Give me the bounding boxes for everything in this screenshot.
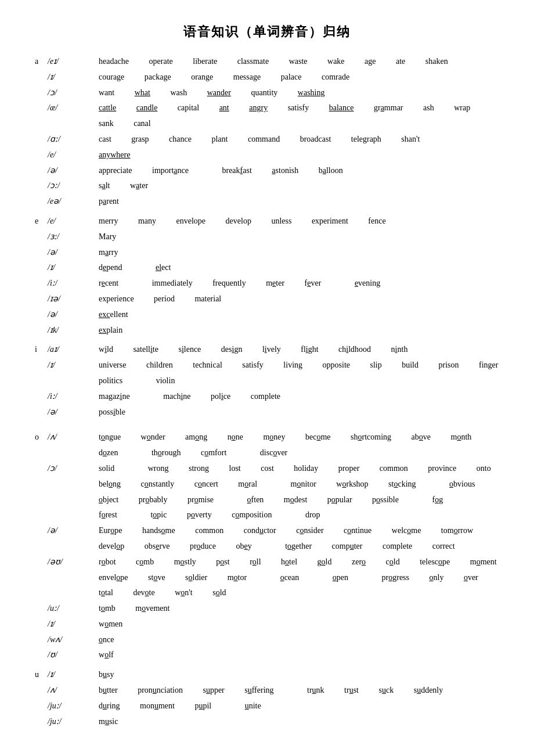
section-e: e /e/ merry many envelope develop unless…: [35, 214, 499, 337]
words: tongue wonder among none money become sh…: [99, 430, 499, 444]
continuation: dozen thorough comfort discover: [99, 446, 499, 460]
row: /e/ anywhere: [48, 148, 499, 162]
phoneme: /eɪ/: [48, 55, 94, 69]
phoneme: /ɪə/: [48, 292, 94, 306]
phoneme: /ʌ/: [48, 430, 94, 444]
letter-label: i: [35, 343, 45, 357]
row: /ɔ/ want what wash wander quantity washi…: [48, 86, 499, 100]
phoneme: /ə/: [48, 405, 94, 419]
words: want what wash wander quantity washing: [99, 86, 499, 100]
words: during monument pupil unite: [99, 699, 499, 713]
words: salt water: [99, 179, 499, 193]
phoneme: /ʌ/: [48, 683, 94, 697]
row: e /e/ merry many envelope develop unless…: [35, 214, 499, 228]
phoneme: /e/: [48, 214, 94, 228]
row: /iː/ magazine machine police complete: [48, 390, 499, 404]
section-u: u /ɪ/ busy /ʌ/ butter pronunciation supp…: [35, 668, 499, 728]
continuation: envelope stove soldier motor ocean open …: [99, 571, 499, 585]
phoneme: /ə/: [48, 246, 94, 260]
words: tomb movement: [99, 602, 499, 615]
row: /juː/ during monument pupil unite: [48, 699, 499, 713]
row: /ə/ possible: [48, 405, 499, 419]
words: headache operate liberate classmate wast…: [99, 55, 499, 69]
phoneme: /əʊ/: [48, 555, 94, 569]
phoneme: /wʌ/: [48, 633, 94, 647]
phoneme: /iː/: [48, 390, 94, 404]
content: a /eɪ/ headache operate liberate classma…: [35, 55, 499, 728]
words: solid wrong strong lost cost holiday pro…: [99, 462, 499, 476]
row: /ɪ/ courage package orange message palac…: [48, 70, 499, 84]
continuation: total devote won't sold: [99, 586, 499, 600]
phoneme: /aɪ/: [48, 343, 94, 357]
words: possible: [99, 405, 499, 419]
letter-label: a: [35, 55, 45, 69]
row: /əʊ/ robot comb mostly post roll hotel g…: [48, 555, 499, 569]
words: Europe handsome common conductor conside…: [99, 524, 499, 538]
words: cast grasp chance plant command broadcas…: [99, 132, 499, 146]
row: /ɜː/ Mary: [48, 230, 499, 244]
words: universe children technical satisfy livi…: [99, 358, 499, 372]
phoneme: /ə/: [48, 164, 94, 178]
words: anywhere: [99, 148, 499, 162]
phoneme: /ʊ/: [48, 648, 94, 662]
row: /ə/ marry: [48, 246, 499, 260]
words: excellent: [99, 308, 499, 322]
phoneme: /ɑː/: [48, 132, 94, 146]
words: butter pronunciation supper suffering tr…: [99, 683, 499, 697]
phoneme: /ɪ/: [48, 358, 94, 372]
words: marry: [99, 246, 499, 260]
words: busy: [99, 668, 499, 682]
words: magazine machine police complete: [99, 390, 499, 404]
words: wild satellite silence design lively fli…: [99, 343, 499, 357]
row: /ə/ Europe handsome common conductor con…: [48, 524, 499, 538]
row: /ɔː/ salt water: [48, 179, 499, 193]
letter-label: e: [35, 214, 45, 228]
words: recent immediately frequently meter feve…: [99, 276, 499, 290]
phoneme: /eə/: [48, 195, 94, 208]
continuation: develop observe produce obey together co…: [99, 539, 499, 553]
phoneme: /ɔ/: [48, 86, 94, 100]
phoneme: /ɪ/: [48, 617, 94, 631]
letter-label: o: [35, 430, 45, 444]
phoneme: /ə/: [48, 524, 94, 538]
words: women: [99, 617, 499, 631]
section-i: i /aɪ/ wild satellite silence design liv…: [35, 343, 499, 419]
row: /æ/ cattle candle capital ant angry sati…: [48, 101, 499, 115]
section-a: a /eɪ/ headache operate liberate classma…: [35, 55, 499, 208]
words: robot comb mostly post roll hotel gold z…: [99, 555, 499, 569]
row: /ɑː/ cast grasp chance plant command bro…: [48, 132, 499, 146]
words: explain: [99, 323, 499, 337]
row: /ɪ/ universe children technical satisfy …: [48, 358, 499, 372]
continuation: politics violin: [99, 374, 499, 388]
phoneme: /iː/: [48, 276, 94, 290]
words: parent: [99, 195, 499, 208]
row: /ʊ/ wolf: [48, 648, 499, 662]
row: /ɔ/ solid wrong strong lost cost holiday…: [48, 462, 499, 476]
phoneme: /ɪ/: [48, 668, 94, 682]
words: once: [99, 633, 499, 647]
phoneme: /æ/: [48, 101, 94, 115]
words: Mary: [99, 230, 499, 244]
phoneme: /juː/: [48, 715, 94, 729]
words: depend elect: [99, 261, 499, 275]
page-title: 语音知识（单词辨音）归纳: [35, 23, 499, 41]
row: /iː/ recent immediately frequently meter…: [48, 276, 499, 290]
row: i /aɪ/ wild satellite silence design liv…: [35, 343, 499, 357]
words: wolf: [99, 648, 499, 662]
words: experience period material: [99, 292, 499, 306]
words: courage package orange message palace co…: [99, 70, 499, 84]
row: /ə/ excellent: [48, 308, 499, 322]
letter-label: u: [35, 668, 45, 682]
row: /ɪə/ experience period material: [48, 292, 499, 306]
row: /ʌ/ butter pronunciation supper sufferin…: [48, 683, 499, 697]
row: /wʌ/ once: [48, 633, 499, 647]
continuation: belong constantly concert moral monitor …: [99, 477, 499, 491]
phoneme: /ɔ/: [48, 462, 94, 476]
row: /eə/ parent: [48, 195, 499, 208]
section-o: o /ʌ/ tongue wonder among none money bec…: [35, 430, 499, 662]
row: a /eɪ/ headache operate liberate classma…: [35, 55, 499, 69]
row: /ɪk/ explain: [48, 323, 499, 337]
row: /ɪ/ depend elect: [48, 261, 499, 275]
phoneme: /ɪ/: [48, 70, 94, 84]
phoneme: /ɜː/: [48, 230, 94, 244]
